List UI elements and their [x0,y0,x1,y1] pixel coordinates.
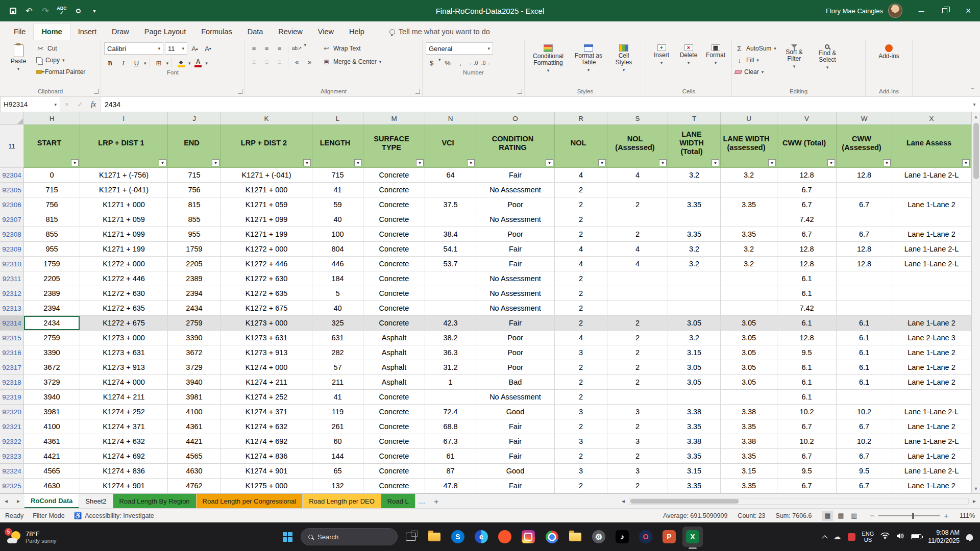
table-cell[interactable]: K1274 + 000 [80,375,168,390]
table-cell[interactable]: Fair [476,257,555,271]
table-cell[interactable]: 3.35 [721,227,777,242]
row-header-92309[interactable]: 92309 [0,242,24,257]
table-cell[interactable] [837,286,892,301]
table-cell[interactable]: 10.2 [837,405,892,419]
table-cell[interactable]: 6.1 [777,375,837,390]
decrease-indent-icon[interactable]: « [291,56,303,68]
restore-button[interactable] [933,0,957,21]
undo-button[interactable]: ↶ [21,3,37,18]
table-cell[interactable]: 12.8 [777,242,837,257]
table-cell[interactable]: 4565 [24,464,80,479]
accounting-format-icon[interactable]: $ [426,57,437,69]
table-cell[interactable]: No Assessment [476,286,555,301]
table-cell[interactable]: 4361 [168,419,221,434]
table-cell[interactable]: 87 [425,464,476,479]
table-cell[interactable]: 3.05 [668,316,721,331]
table-cell[interactable] [607,212,668,227]
field-header-R[interactable]: NOL▾ [555,125,607,168]
field-header-O[interactable]: CONDITION RATING▾ [476,125,555,168]
table-cell[interactable]: Fair [476,434,555,449]
table-cell[interactable]: 4100 [24,419,80,434]
copy-button[interactable]: Copy▾ [36,54,85,66]
onedrive-cloud-icon[interactable]: ☁ [834,532,841,541]
table-cell[interactable] [721,286,777,301]
table-cell[interactable]: Fair [476,316,555,331]
table-cell[interactable]: 6.7 [777,197,837,212]
underline-dropdown-icon[interactable]: ▾ [144,61,146,66]
table-cell[interactable] [721,271,777,286]
table-cell[interactable]: 3.2 [668,257,721,271]
row-header-92319[interactable]: 92319 [0,390,24,405]
table-cell[interactable]: K1271 + 199 [80,242,168,257]
table-cell[interactable]: Lane 1-Lane 2 [892,479,971,493]
table-cell[interactable] [837,301,892,316]
table-cell[interactable]: 38.4 [425,227,476,242]
sheet-tab-road-length-by-region[interactable]: Road Length By Region [113,494,197,508]
filter-dropdown-icon[interactable]: ▾ [546,159,553,166]
table-cell[interactable]: 3.15 [721,464,777,479]
table-cell[interactable]: 3.35 [721,449,777,464]
row-header-11[interactable]: 11 [0,125,24,168]
table-cell[interactable]: Good [476,464,555,479]
table-cell[interactable]: 3.05 [721,360,777,375]
table-cell[interactable]: 261 [312,419,363,434]
table-cell[interactable]: K1271 + 059 [221,197,312,212]
table-cell[interactable]: No Assessment [476,183,555,197]
tab-data[interactable]: Data [240,23,271,40]
cancel-icon[interactable]: × [60,97,74,112]
fill-button[interactable]: ↓Fill▾ [735,54,776,66]
table-cell[interactable]: 6.7 [777,479,837,493]
merge-center-button[interactable]: ▣Merge & Center▾ [322,56,381,67]
field-header-J[interactable]: END▾ [168,125,221,168]
redo-button[interactable]: ↷ [38,3,53,18]
brave-icon[interactable] [495,527,515,547]
table-cell[interactable]: Lane 1-Lane 2-L [892,434,971,449]
column-header-S[interactable]: S [607,112,668,125]
table-cell[interactable] [837,183,892,197]
table-cell[interactable]: 4421 [24,449,80,464]
table-cell[interactable]: Fair [476,479,555,493]
table-cell[interactable]: 12.8 [837,257,892,271]
filter-dropdown-icon[interactable]: ▾ [467,159,475,166]
table-cell[interactable]: 64 [425,168,476,183]
column-header-I[interactable]: I [80,112,168,125]
vertical-scrollbar[interactable]: ▲ ▼ [971,112,980,493]
table-cell[interactable]: 3.05 [668,375,721,390]
table-cell[interactable]: 855 [168,212,221,227]
row-header-92308[interactable]: 92308 [0,227,24,242]
table-cell[interactable]: 40 [312,212,363,227]
table-cell[interactable]: 4630 [168,464,221,479]
file-explorer-icon[interactable] [424,527,445,547]
table-cell[interactable]: 804 [312,242,363,257]
addins-button[interactable]: Add-ins [874,42,904,62]
table-cell[interactable]: Concrete [363,227,425,242]
table-cell[interactable]: Lane 1-Lane 2-L [892,405,971,419]
table-cell[interactable]: 12.8 [777,168,837,183]
tell-me-box[interactable]: Tell me what you want to do [389,28,490,40]
table-cell[interactable]: K1274 + 252 [80,405,168,419]
table-cell[interactable]: 2 [607,316,668,331]
table-cell[interactable]: K1274 + 836 [80,464,168,479]
table-cell[interactable]: Asphalt [363,345,425,360]
table-cell[interactable]: 3.35 [668,449,721,464]
wifi-icon[interactable] [880,533,890,541]
table-cell[interactable]: Concrete [363,301,425,316]
table-cell[interactable]: 31.2 [425,360,476,375]
field-header-L[interactable]: LENGTH▾ [312,125,363,168]
italic-button[interactable]: I [117,57,129,69]
comma-style-icon[interactable]: , [455,57,467,69]
notification-bell-icon[interactable] [966,534,973,540]
number-dialog-launcher-icon[interactable] [518,89,522,94]
table-cell[interactable]: 3981 [168,390,221,405]
table-cell[interactable]: K1274 + 211 [80,390,168,405]
table-cell[interactable]: 3 [607,464,668,479]
table-cell[interactable]: K1275 + 000 [221,479,312,493]
increase-decimal-icon[interactable]: ←.0 [468,57,479,69]
column-header-K[interactable]: K [221,112,312,125]
table-cell[interactable]: 65 [312,464,363,479]
table-cell[interactable]: 6.7 [777,183,837,197]
filter-dropdown-icon[interactable]: ▾ [768,159,776,166]
field-header-I[interactable]: LRP + DIST 1▾ [80,125,168,168]
table-cell[interactable]: 3.35 [668,227,721,242]
table-cell[interactable]: 1759 [24,257,80,271]
